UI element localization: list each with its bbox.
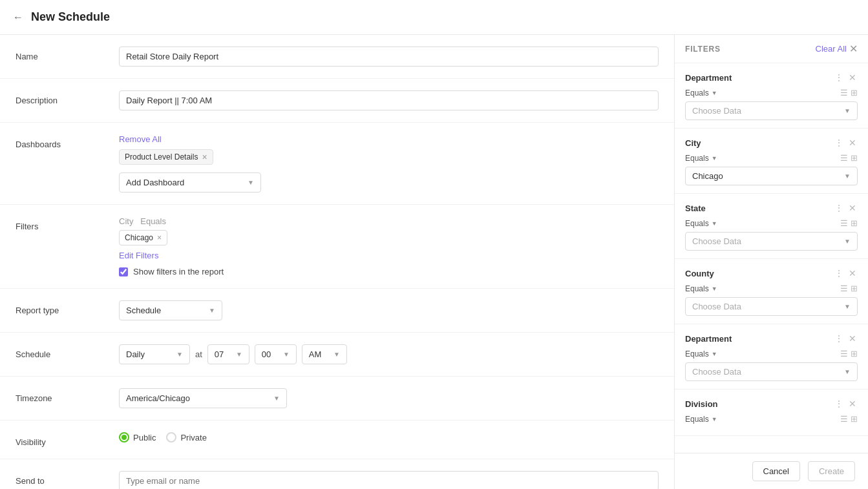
filters-label: Filters bbox=[16, 216, 119, 231]
page-title: New Schedule bbox=[31, 10, 110, 24]
filter-county: County ⋮ ✕ Equals ▼ ☰ ⊞ bbox=[675, 259, 868, 324]
filter-county-list-icon[interactable]: ☰ bbox=[840, 284, 848, 293]
description-input[interactable] bbox=[119, 90, 659, 110]
filter-department2: Department ⋮ ✕ Equals ▼ ☰ ⊞ bbox=[675, 324, 868, 390]
visibility-options: Public Private bbox=[119, 432, 659, 442]
filter-state-remove-button[interactable]: ✕ bbox=[847, 202, 858, 214]
visibility-public[interactable]: Public bbox=[119, 432, 156, 442]
filter-county-menu-icon[interactable]: ⋮ bbox=[833, 267, 845, 280]
report-type-select[interactable]: Schedule ▼ bbox=[119, 300, 222, 320]
visibility-content: Public Private bbox=[119, 432, 659, 442]
schedule-daily-value: Daily bbox=[126, 349, 145, 359]
filter-department2-select[interactable]: Choose Data ▼ bbox=[685, 362, 858, 381]
filter-department1-equals[interactable]: Equals ▼ bbox=[685, 88, 717, 98]
schedule-minute-value: 00 bbox=[262, 349, 271, 359]
filter-tag-remove[interactable]: × bbox=[157, 233, 162, 242]
filter-state-header: State ⋮ ✕ bbox=[685, 202, 858, 214]
filter-division-remove-button[interactable]: ✕ bbox=[847, 397, 858, 410]
form-area: Name Description Dashboards Remove All P bbox=[0, 35, 674, 489]
filter-department2-actions: ⋮ ✕ bbox=[833, 332, 858, 345]
filter-county-select[interactable]: Choose Data ▼ bbox=[685, 297, 858, 316]
name-row: Name bbox=[0, 35, 674, 79]
page-header: ← New Schedule bbox=[0, 0, 868, 35]
filters-close-button[interactable]: ✕ bbox=[849, 43, 858, 55]
report-type-row: Report type Schedule ▼ bbox=[0, 289, 674, 333]
filter-city-list-icon[interactable]: ☰ bbox=[840, 153, 848, 163]
filter-state-list-icon[interactable]: ☰ bbox=[840, 218, 848, 228]
dashboards-content: Remove All Product Level Details × Add D… bbox=[119, 134, 659, 192]
remove-all-button[interactable]: Remove All bbox=[119, 134, 162, 144]
filters-clear-button[interactable]: Clear All bbox=[721, 44, 847, 54]
filter-city-select[interactable]: Chicago ▼ bbox=[685, 167, 858, 185]
dashboards-row: Dashboards Remove All Product Level Deta… bbox=[0, 123, 674, 205]
filter-division-grid-icon[interactable]: ⊞ bbox=[851, 414, 858, 424]
dashboard-tag-remove[interactable]: × bbox=[202, 152, 207, 161]
edit-filters-button[interactable]: Edit Filters bbox=[119, 251, 158, 260]
filter-state-placeholder: Choose Data bbox=[692, 236, 741, 246]
filter-division-equals[interactable]: Equals ▼ bbox=[685, 415, 717, 424]
send-to-input[interactable] bbox=[119, 471, 659, 489]
filter-city-menu-icon[interactable]: ⋮ bbox=[833, 136, 845, 149]
filter-department1-list-icon[interactable]: ☰ bbox=[840, 88, 848, 98]
filter-department2-menu-icon[interactable]: ⋮ bbox=[833, 332, 845, 345]
filter-department1-menu-icon[interactable]: ⋮ bbox=[833, 71, 845, 84]
back-button[interactable]: ← bbox=[13, 12, 23, 23]
visibility-row: Visibility Public Private bbox=[0, 421, 674, 459]
private-label: Private bbox=[180, 433, 206, 442]
filter-state-select[interactable]: Choose Data ▼ bbox=[685, 232, 858, 251]
schedule-minute-select[interactable]: 00 ▼ bbox=[255, 344, 297, 364]
filter-state-equals[interactable]: Equals ▼ bbox=[685, 219, 717, 228]
schedule-row: Schedule Daily ▼ at 07 ▼ 00 bbox=[0, 333, 674, 377]
filter-county-actions: ⋮ ✕ bbox=[833, 267, 858, 280]
show-filters-checkbox[interactable] bbox=[119, 267, 128, 276]
schedule-controls: Daily ▼ at 07 ▼ 00 ▼ AM bbox=[119, 344, 659, 364]
visibility-private[interactable]: Private bbox=[166, 432, 206, 442]
filter-state-menu-icon[interactable]: ⋮ bbox=[833, 202, 845, 214]
filter-county-operator-row: Equals ▼ ☰ ⊞ bbox=[685, 284, 858, 293]
filter-state-operator-label: Equals bbox=[685, 219, 709, 228]
create-button[interactable]: Create bbox=[808, 461, 855, 481]
timezone-value: America/Chicago bbox=[126, 393, 190, 403]
show-filters-row: Show filters in the report bbox=[119, 267, 659, 276]
filter-department1-select[interactable]: Choose Data ▼ bbox=[685, 101, 858, 120]
schedule-daily-select[interactable]: Daily ▼ bbox=[119, 344, 190, 364]
filter-department2-header: Department ⋮ ✕ bbox=[685, 332, 858, 345]
filter-division-header: Division ⋮ ✕ bbox=[685, 397, 858, 410]
filter-county-remove-button[interactable]: ✕ bbox=[847, 267, 858, 280]
filter-division-list-icon[interactable]: ☰ bbox=[840, 414, 848, 424]
filter-department2-remove-button[interactable]: ✕ bbox=[847, 332, 858, 345]
filter-state-grid-icon[interactable]: ⊞ bbox=[851, 218, 858, 228]
filter-department1-grid-icon[interactable]: ⊞ bbox=[851, 88, 858, 98]
filter-department2-equals[interactable]: Equals ▼ bbox=[685, 349, 717, 359]
filter-department1-title: Department bbox=[685, 73, 732, 83]
schedule-ampm-select[interactable]: AM ▼ bbox=[302, 344, 347, 364]
add-dashboard-select[interactable]: Add Dashboard ▼ bbox=[119, 172, 261, 192]
timezone-select[interactable]: America/Chicago ▼ bbox=[119, 388, 287, 408]
filter-info: City Equals bbox=[119, 216, 659, 226]
filter-division: Division ⋮ ✕ Equals ▼ ☰ ⊞ bbox=[675, 390, 868, 436]
filter-department2-list-icon[interactable]: ☰ bbox=[840, 349, 848, 359]
filter-city-remove-button[interactable]: ✕ bbox=[847, 136, 858, 149]
dashboard-tag-label: Product Level Details bbox=[125, 152, 198, 161]
filter-city-value: Chicago bbox=[125, 233, 153, 242]
filter-county-grid-icon[interactable]: ⊞ bbox=[851, 284, 858, 293]
filter-county-header: County ⋮ ✕ bbox=[685, 267, 858, 280]
report-type-content: Schedule ▼ bbox=[119, 300, 659, 320]
schedule-hour-select[interactable]: 07 ▼ bbox=[207, 344, 249, 364]
dashboard-tag: Product Level Details × bbox=[119, 149, 213, 165]
filter-department1: Department ⋮ ✕ Equals ▼ ☰ ⊞ bbox=[675, 63, 868, 129]
filter-city-equals[interactable]: Equals ▼ bbox=[685, 154, 717, 163]
filter-county-icons: ☰ ⊞ bbox=[840, 284, 858, 293]
panel-footer: Cancel Create bbox=[675, 453, 868, 489]
filter-county-equals[interactable]: Equals ▼ bbox=[685, 284, 717, 293]
cancel-button[interactable]: Cancel bbox=[752, 461, 800, 481]
filter-department1-remove-button[interactable]: ✕ bbox=[847, 71, 858, 84]
name-input[interactable] bbox=[119, 47, 659, 67]
filter-department2-grid-icon[interactable]: ⊞ bbox=[851, 349, 858, 359]
schedule-content: Daily ▼ at 07 ▼ 00 ▼ AM bbox=[119, 344, 659, 364]
filter-division-menu-icon[interactable]: ⋮ bbox=[833, 397, 845, 410]
filter-department2-operator-chevron-icon: ▼ bbox=[712, 351, 717, 357]
schedule-minute-chevron-icon: ▼ bbox=[283, 351, 290, 358]
filter-city-icons: ☰ ⊞ bbox=[840, 153, 858, 163]
filter-city-grid-icon[interactable]: ⊞ bbox=[851, 153, 858, 163]
